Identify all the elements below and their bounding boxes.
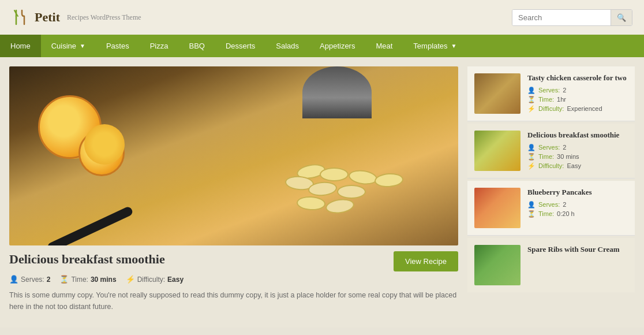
bolt-icon: ⚡ (126, 275, 135, 284)
clock-icon: ⏳ (59, 275, 69, 284)
nav-item-home[interactable]: Home (0, 35, 41, 57)
featured-image-wrap (9, 66, 458, 245)
article-content: Delicious breakfast smoothie View Recipe… (9, 245, 458, 318)
serves-label: Serves: (21, 276, 44, 284)
person-icon: 👤 (9, 275, 18, 284)
content-area: Delicious breakfast smoothie View Recipe… (0, 57, 644, 327)
sidebar-info-1: Tasty chicken casserole for two 👤 Serves… (527, 73, 628, 113)
sidebar-serves-1: 👤 Serves: 2 (527, 87, 628, 94)
article-meta-row: 👤 Serves: 2 ⏳ Time: 30 mins ⚡ Difficulty… (9, 275, 458, 284)
meta-serves: 👤 Serves: 2 (9, 275, 50, 284)
nav-item-desserts[interactable]: Desserts (215, 35, 265, 57)
sidebar-thumb-3 (474, 188, 521, 228)
sidebar: Tasty chicken casserole for two 👤 Serves… (467, 66, 635, 318)
sidebar-time-3: ⏳ Time: 0:20 h (527, 210, 628, 218)
sidebar-person-icon-1: 👤 (527, 87, 536, 94)
sidebar-info-3: Blueberry Pancakes 👤 Serves: 2 ⏳ Time: 0… (527, 188, 628, 218)
sidebar-person-icon-3: 👤 (527, 201, 536, 209)
nav-item-templates[interactable]: Templates ▼ (403, 35, 467, 57)
article-description: This is some dummy copy. You're not real… (9, 289, 458, 312)
sidebar-meta-3: 👤 Serves: 2 ⏳ Time: 0:20 h (527, 201, 628, 218)
nav-item-salads[interactable]: Salads (265, 35, 309, 57)
nav-item-bbq[interactable]: BBQ (179, 35, 215, 57)
nav-item-cuisine[interactable]: Cuisine ▼ (41, 35, 96, 57)
sidebar-thumb-image-1 (474, 73, 521, 114)
sidebar-card-2[interactable]: Delicious breakfast smoothie 👤 Serves: 2… (467, 124, 635, 178)
search-box: 🔍 (512, 9, 632, 26)
pot (302, 66, 372, 118)
logo-subtitle: Recipes WordPress Theme (67, 13, 141, 22)
sidebar-title-3: Blueberry Pancakes (527, 188, 628, 198)
logo-title: Petit (35, 10, 60, 25)
meta-time: ⏳ Time: 30 mins (59, 275, 116, 284)
cuisine-dropdown-arrow: ▼ (80, 43, 85, 49)
sidebar-person-icon-2: 👤 (527, 144, 536, 151)
page-wrapper: Petit Recipes WordPress Theme 🔍 Home Cui… (0, 0, 644, 327)
logo-icon (12, 8, 30, 27)
difficulty-value: Easy (167, 276, 184, 284)
banana-cluster (285, 165, 412, 222)
sidebar-bolt-icon-1: ⚡ (527, 105, 536, 113)
sidebar-serves-2: 👤 Serves: 2 (527, 144, 628, 151)
orange-1 (38, 95, 102, 159)
sidebar-thumb-2 (474, 131, 521, 171)
nav-item-meat[interactable]: Meat (365, 35, 403, 57)
templates-dropdown-arrow: ▼ (451, 43, 457, 49)
sidebar-thumb-image-3 (474, 188, 521, 228)
sidebar-serves-3: 👤 Serves: 2 (527, 201, 628, 209)
sidebar-card-1[interactable]: Tasty chicken casserole for two 👤 Serves… (467, 66, 635, 121)
time-value: 30 mins (91, 276, 117, 284)
sidebar-card-4[interactable]: Spare Ribs with Sour Cream (467, 238, 635, 292)
time-label: Time: (71, 276, 88, 284)
sidebar-meta-1: 👤 Serves: 2 ⏳ Time: 1hr ⚡ Difficulty: (527, 87, 628, 113)
sidebar-info-4: Spare Ribs with Sour Cream (527, 245, 628, 258)
orange-2 (78, 130, 125, 176)
sidebar-card-3[interactable]: Blueberry Pancakes 👤 Serves: 2 ⏳ Time: 0… (467, 181, 635, 236)
sidebar-difficulty-2: ⚡ Difficulty: Easy (527, 162, 628, 170)
serves-value: 2 (47, 276, 51, 284)
article-title: Delicious breakfast smoothie (9, 252, 165, 267)
nav-item-pizza[interactable]: Pizza (140, 35, 179, 57)
logo-area: Petit Recipes WordPress Theme (12, 8, 141, 27)
sidebar-thumb-4 (474, 245, 521, 285)
nav-item-appetizers[interactable]: Appetizers (309, 35, 365, 57)
main-column: Delicious breakfast smoothie View Recipe… (9, 66, 458, 318)
sidebar-thumb-1 (474, 73, 521, 114)
sidebar-clock-icon-3: ⏳ (527, 210, 536, 218)
sidebar-time-1: ⏳ Time: 1hr (527, 96, 628, 103)
header: Petit Recipes WordPress Theme 🔍 (0, 0, 644, 35)
sidebar-difficulty-1: ⚡ Difficulty: Experienced (527, 105, 628, 113)
sidebar-title-2: Delicious breakfast smoothie (527, 131, 628, 140)
sidebar-title-1: Tasty chicken casserole for two (527, 73, 628, 83)
sidebar-clock-icon-2: ⏳ (527, 153, 536, 161)
knife (46, 206, 134, 245)
sidebar-bolt-icon-2: ⚡ (527, 162, 536, 170)
sidebar-thumb-image-2 (474, 131, 521, 171)
nav-item-pastes[interactable]: Pastes (96, 35, 140, 57)
search-input[interactable] (512, 10, 611, 25)
sidebar-clock-icon-1: ⏳ (527, 96, 536, 103)
featured-image (9, 66, 458, 245)
meta-difficulty: ⚡ Difficulty: Easy (126, 275, 184, 284)
sidebar-meta-2: 👤 Serves: 2 ⏳ Time: 30 mins ⚡ Difficulty… (527, 144, 628, 170)
sidebar-thumb-image-4 (474, 245, 521, 285)
sidebar-info-2: Delicious breakfast smoothie 👤 Serves: 2… (527, 131, 628, 170)
navigation: Home Cuisine ▼ Pastes Pizza BBQ Desserts… (0, 35, 644, 57)
sidebar-time-2: ⏳ Time: 30 mins (527, 153, 628, 161)
view-recipe-button[interactable]: View Recipe (394, 251, 458, 271)
difficulty-label: Difficulty: (137, 276, 165, 284)
search-button[interactable]: 🔍 (611, 10, 632, 25)
sidebar-title-4: Spare Ribs with Sour Cream (527, 245, 628, 255)
